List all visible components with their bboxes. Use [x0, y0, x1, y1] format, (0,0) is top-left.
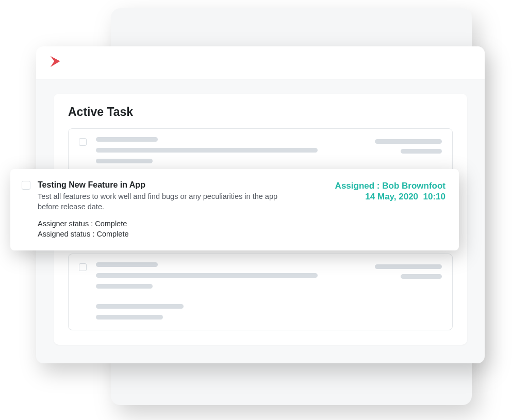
- task-meta: Assigned : Bob Brownfoot 14 May, 2020 10…: [335, 180, 446, 239]
- assigner-status-value: Complete: [95, 220, 127, 228]
- task-checkbox[interactable]: [22, 181, 30, 190]
- task-date: 14 May, 2020: [365, 192, 418, 201]
- task-checkbox[interactable]: [79, 138, 87, 146]
- task-meta-placeholder: [375, 264, 442, 279]
- assigned-name: Bob Brownfoot: [382, 181, 446, 191]
- assigned-label: Assigned :: [335, 181, 380, 191]
- assigner-status: Assigner status : Complete: [38, 219, 328, 229]
- assigner-status-label: Assigner status :: [38, 220, 93, 228]
- assigned-status-label: Assigned status :: [38, 230, 94, 238]
- task-description: Test all features to work well and find …: [38, 192, 285, 212]
- logo-chevron-icon: [48, 54, 64, 72]
- task-row[interactable]: [68, 254, 453, 330]
- assigned-status-value: Complete: [96, 230, 128, 238]
- task-meta-placeholder: [375, 139, 442, 154]
- task-assigned-to: Assigned : Bob Brownfoot: [335, 180, 446, 192]
- task-main: Testing New Feature in App Test all feat…: [38, 180, 328, 239]
- task-time: 10:10: [423, 192, 446, 201]
- task-datetime: 14 May, 2020 10:10: [335, 192, 446, 202]
- task-title: Testing New Feature in App: [38, 180, 328, 190]
- panel-title: Active Task: [68, 105, 453, 119]
- task-checkbox[interactable]: [79, 263, 87, 271]
- task-card-highlighted[interactable]: Testing New Feature in App Test all feat…: [10, 169, 459, 250]
- window-header: [36, 46, 485, 79]
- assigned-status: Assigned status : Complete: [38, 229, 328, 240]
